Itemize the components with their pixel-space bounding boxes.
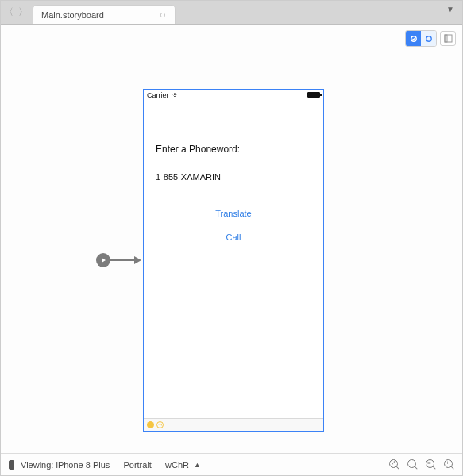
constraint-mode-toggle[interactable] [405, 30, 437, 47]
svg-rect-2 [445, 35, 452, 42]
tab-overflow-icon[interactable]: ▼ [446, 5, 462, 20]
zoom-actual-icon[interactable]: = [426, 459, 436, 470]
zoom-out-icon[interactable]: − [407, 459, 418, 470]
svg-rect-3 [445, 35, 447, 42]
tab-bar: 〈 〉 Main.storyboard ○ ▼ [1, 1, 462, 25]
outline-toggle-icon[interactable] [440, 31, 456, 46]
entry-arrowhead-icon [134, 256, 141, 264]
svg-point-1 [426, 36, 430, 40]
zoom-to-fit-icon[interactable]: ⤢ [389, 459, 399, 470]
carrier-label: Carrier [147, 91, 169, 99]
translate-button[interactable]: Translate [156, 209, 311, 218]
tab-main-storyboard[interactable]: Main.storyboard ○ [33, 5, 176, 24]
entry-circle-icon [96, 253, 110, 267]
device-view: Enter a Phoneword: Translate Call [144, 100, 323, 242]
nav-back-icon[interactable]: 〈 [4, 6, 14, 19]
constraint-mode-a-icon[interactable] [406, 31, 421, 46]
view-controller-scene[interactable]: Carrier ᯤ Enter a Phoneword: Translate C… [143, 89, 324, 432]
scene-dock: → [144, 418, 323, 431]
entry-line [110, 259, 134, 261]
constraint-mode-b-icon[interactable] [421, 31, 436, 46]
view-controller-icon[interactable] [147, 421, 154, 428]
wifi-icon: ᯤ [172, 91, 179, 99]
first-responder-icon[interactable]: → [156, 421, 164, 428]
trait-disclosure-icon[interactable]: ▲ [194, 461, 201, 469]
trait-bar: Viewing: iPhone 8 Plus — Portrait — wChR… [1, 453, 462, 475]
zoom-in-icon[interactable]: + [444, 459, 454, 470]
viewing-label[interactable]: Viewing: iPhone 8 Plus — Portrait — wChR [21, 460, 189, 470]
history-nav: 〈 〉 [4, 6, 33, 24]
device-icon [9, 460, 14, 470]
zoom-controls: ⤢ − = + [389, 459, 454, 470]
canvas-toolbar [405, 30, 456, 47]
nav-forward-icon[interactable]: 〉 [18, 6, 28, 19]
storyboard-canvas[interactable]: Carrier ᯤ Enter a Phoneword: Translate C… [1, 25, 462, 453]
tab-close-icon[interactable]: ○ [160, 9, 166, 21]
call-button[interactable]: Call [156, 232, 311, 242]
tab-title: Main.storyboard [41, 10, 104, 20]
phoneword-label: Enter a Phoneword: [156, 144, 311, 155]
initial-view-controller-arrow[interactable] [96, 253, 141, 267]
phoneword-textfield[interactable] [156, 171, 311, 186]
battery-icon [307, 92, 320, 98]
device-status-bar: Carrier ᯤ [144, 90, 323, 100]
